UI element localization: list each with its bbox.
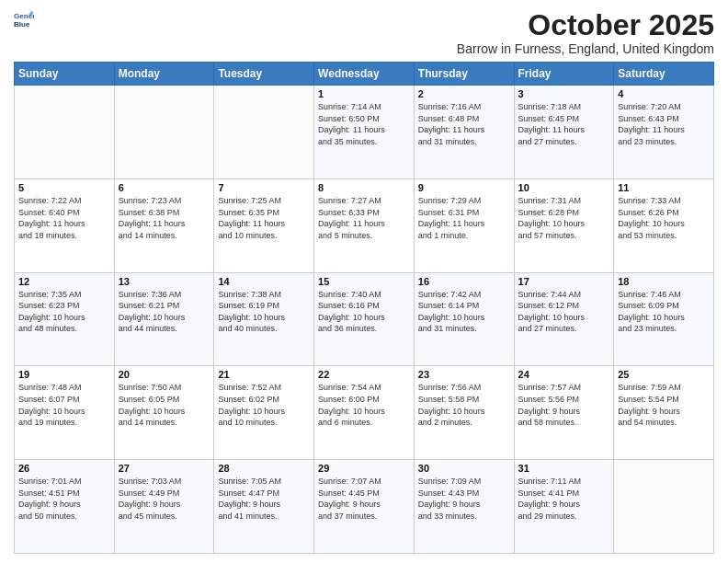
calendar-week-row: 1Sunrise: 7:14 AMSunset: 6:50 PMDaylight…	[15, 86, 714, 179]
table-row: 25Sunrise: 7:59 AMSunset: 5:54 PMDayligh…	[614, 366, 714, 460]
logo: General Blue	[14, 9, 34, 29]
day-number: 3	[518, 88, 610, 99]
day-number: 16	[418, 276, 510, 287]
table-row: 17Sunrise: 7:44 AMSunset: 6:12 PMDayligh…	[514, 272, 614, 366]
table-row: 11Sunrise: 7:33 AMSunset: 6:26 PMDayligh…	[614, 178, 714, 272]
day-info: Sunrise: 7:14 AMSunset: 6:50 PMDaylight:…	[318, 101, 410, 147]
day-number: 18	[618, 276, 710, 287]
table-row: 14Sunrise: 7:38 AMSunset: 6:19 PMDayligh…	[214, 272, 314, 366]
day-info: Sunrise: 7:38 AMSunset: 6:19 PMDaylight:…	[218, 289, 310, 335]
day-number: 24	[518, 369, 610, 380]
table-row: 12Sunrise: 7:35 AMSunset: 6:23 PMDayligh…	[15, 272, 115, 366]
day-info: Sunrise: 7:01 AMSunset: 4:51 PMDaylight:…	[18, 476, 110, 522]
day-info: Sunrise: 7:56 AMSunset: 5:58 PMDaylight:…	[418, 382, 510, 428]
day-info: Sunrise: 7:16 AMSunset: 6:48 PMDaylight:…	[418, 101, 510, 147]
day-number: 7	[218, 182, 310, 193]
calendar-page: General Blue October 2025 Barrow in Furn…	[0, 0, 728, 563]
col-saturday: Saturday	[614, 63, 714, 86]
title-block: October 2025 Barrow in Furness, England,…	[457, 9, 714, 56]
day-info: Sunrise: 7:07 AMSunset: 4:45 PMDaylight:…	[318, 476, 410, 522]
day-info: Sunrise: 7:31 AMSunset: 6:28 PMDaylight:…	[518, 195, 610, 241]
table-row: 9Sunrise: 7:29 AMSunset: 6:31 PMDaylight…	[414, 178, 514, 272]
table-row: 28Sunrise: 7:05 AMSunset: 4:47 PMDayligh…	[214, 460, 314, 554]
day-number: 26	[18, 463, 110, 474]
day-number: 2	[418, 88, 510, 99]
table-row: 30Sunrise: 7:09 AMSunset: 4:43 PMDayligh…	[414, 460, 514, 554]
table-row: 20Sunrise: 7:50 AMSunset: 6:05 PMDayligh…	[114, 366, 214, 460]
day-info: Sunrise: 7:50 AMSunset: 6:05 PMDaylight:…	[119, 382, 210, 428]
location-title: Barrow in Furness, England, United Kingd…	[457, 41, 714, 56]
table-row: 23Sunrise: 7:56 AMSunset: 5:58 PMDayligh…	[414, 366, 514, 460]
day-number: 15	[318, 276, 410, 287]
table-row: 24Sunrise: 7:57 AMSunset: 5:56 PMDayligh…	[514, 366, 614, 460]
day-info: Sunrise: 7:48 AMSunset: 6:07 PMDaylight:…	[18, 382, 110, 428]
day-info: Sunrise: 7:05 AMSunset: 4:47 PMDaylight:…	[218, 476, 310, 522]
day-number: 20	[119, 369, 210, 380]
table-row: 2Sunrise: 7:16 AMSunset: 6:48 PMDaylight…	[414, 86, 514, 179]
col-friday: Friday	[514, 63, 614, 86]
day-number: 1	[318, 88, 410, 99]
table-row	[614, 460, 714, 554]
table-row: 27Sunrise: 7:03 AMSunset: 4:49 PMDayligh…	[114, 460, 214, 554]
day-info: Sunrise: 7:29 AMSunset: 6:31 PMDaylight:…	[418, 195, 510, 241]
day-number: 17	[518, 276, 610, 287]
day-number: 31	[518, 463, 610, 474]
day-info: Sunrise: 7:46 AMSunset: 6:09 PMDaylight:…	[618, 289, 710, 335]
day-number: 8	[318, 182, 410, 193]
col-sunday: Sunday	[15, 63, 115, 86]
logo-icon: General Blue	[14, 9, 34, 29]
table-row: 31Sunrise: 7:11 AMSunset: 4:41 PMDayligh…	[514, 460, 614, 554]
day-number: 23	[418, 369, 510, 380]
day-number: 28	[218, 463, 310, 474]
table-row: 15Sunrise: 7:40 AMSunset: 6:16 PMDayligh…	[314, 272, 415, 366]
table-row: 3Sunrise: 7:18 AMSunset: 6:45 PMDaylight…	[514, 86, 614, 179]
table-row: 18Sunrise: 7:46 AMSunset: 6:09 PMDayligh…	[614, 272, 714, 366]
table-row: 10Sunrise: 7:31 AMSunset: 6:28 PMDayligh…	[514, 178, 614, 272]
day-info: Sunrise: 7:42 AMSunset: 6:14 PMDaylight:…	[418, 289, 510, 335]
table-row: 6Sunrise: 7:23 AMSunset: 6:38 PMDaylight…	[114, 178, 214, 272]
day-number: 14	[218, 276, 310, 287]
day-info: Sunrise: 7:33 AMSunset: 6:26 PMDaylight:…	[618, 195, 710, 241]
day-number: 6	[119, 182, 210, 193]
day-number: 11	[618, 182, 710, 193]
day-number: 21	[218, 369, 310, 380]
table-row: 1Sunrise: 7:14 AMSunset: 6:50 PMDaylight…	[314, 86, 415, 179]
table-row: 19Sunrise: 7:48 AMSunset: 6:07 PMDayligh…	[15, 366, 115, 460]
day-info: Sunrise: 7:40 AMSunset: 6:16 PMDaylight:…	[318, 289, 410, 335]
col-monday: Monday	[114, 63, 214, 86]
day-number: 10	[518, 182, 610, 193]
day-info: Sunrise: 7:52 AMSunset: 6:02 PMDaylight:…	[218, 382, 310, 428]
table-row	[15, 86, 115, 179]
day-number: 30	[418, 463, 510, 474]
table-row: 16Sunrise: 7:42 AMSunset: 6:14 PMDayligh…	[414, 272, 514, 366]
table-row	[114, 86, 214, 179]
day-info: Sunrise: 7:54 AMSunset: 6:00 PMDaylight:…	[318, 382, 410, 428]
day-info: Sunrise: 7:11 AMSunset: 4:41 PMDaylight:…	[518, 476, 610, 522]
day-number: 5	[18, 182, 110, 193]
day-number: 27	[119, 463, 210, 474]
day-info: Sunrise: 7:23 AMSunset: 6:38 PMDaylight:…	[119, 195, 210, 241]
day-info: Sunrise: 7:35 AMSunset: 6:23 PMDaylight:…	[18, 289, 110, 335]
table-row	[214, 86, 314, 179]
day-number: 9	[418, 182, 510, 193]
day-info: Sunrise: 7:18 AMSunset: 6:45 PMDaylight:…	[518, 101, 610, 147]
col-wednesday: Wednesday	[314, 63, 415, 86]
day-info: Sunrise: 7:25 AMSunset: 6:35 PMDaylight:…	[218, 195, 310, 241]
day-info: Sunrise: 7:36 AMSunset: 6:21 PMDaylight:…	[119, 289, 210, 335]
svg-text:Blue: Blue	[14, 20, 30, 29]
calendar-table: Sunday Monday Tuesday Wednesday Thursday…	[14, 62, 714, 554]
day-info: Sunrise: 7:09 AMSunset: 4:43 PMDaylight:…	[418, 476, 510, 522]
calendar-week-row: 5Sunrise: 7:22 AMSunset: 6:40 PMDaylight…	[15, 178, 714, 272]
table-row: 26Sunrise: 7:01 AMSunset: 4:51 PMDayligh…	[15, 460, 115, 554]
day-number: 29	[318, 463, 410, 474]
calendar-week-row: 19Sunrise: 7:48 AMSunset: 6:07 PMDayligh…	[15, 366, 714, 460]
day-info: Sunrise: 7:57 AMSunset: 5:56 PMDaylight:…	[518, 382, 610, 428]
day-number: 4	[618, 88, 710, 99]
table-row: 21Sunrise: 7:52 AMSunset: 6:02 PMDayligh…	[214, 366, 314, 460]
table-row: 29Sunrise: 7:07 AMSunset: 4:45 PMDayligh…	[314, 460, 415, 554]
calendar-week-row: 26Sunrise: 7:01 AMSunset: 4:51 PMDayligh…	[15, 460, 714, 554]
col-thursday: Thursday	[414, 63, 514, 86]
day-info: Sunrise: 7:27 AMSunset: 6:33 PMDaylight:…	[318, 195, 410, 241]
table-row: 8Sunrise: 7:27 AMSunset: 6:33 PMDaylight…	[314, 178, 415, 272]
page-header: General Blue October 2025 Barrow in Furn…	[14, 9, 714, 56]
